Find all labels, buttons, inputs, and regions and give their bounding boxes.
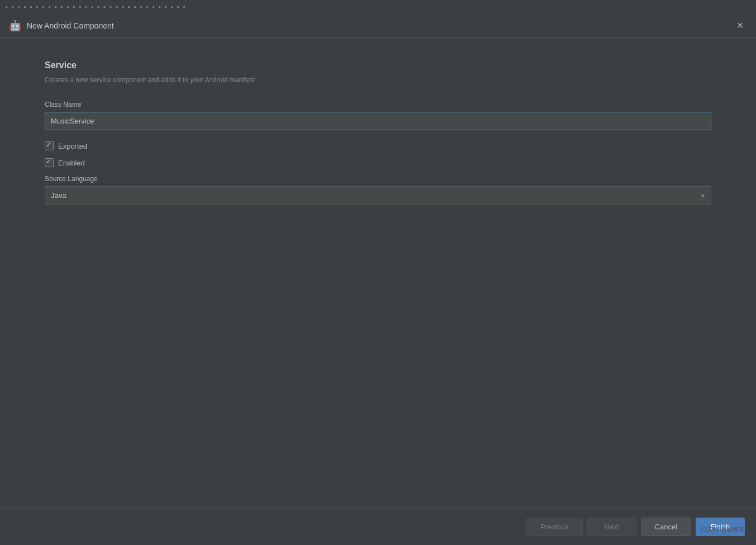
watermark: CSDN @修炼室: [701, 525, 745, 534]
decoration-text: ▪ ▪ ▪ ▪ ▪ ▪ ▪ ▪ ▪ ▪ ▪ ▪ ▪ ▪ ▪ ▪ ▪ ▪ ▪ ▪ …: [6, 3, 187, 10]
enabled-group: Enabled: [45, 158, 711, 167]
source-language-wrapper: Java Kotlin ▼: [45, 186, 711, 205]
title-bar-left: 🤖 New Android Component: [9, 20, 114, 32]
exported-checkbox[interactable]: [45, 141, 54, 150]
android-icon: 🤖: [9, 20, 21, 32]
content-area: Service Creates a new service component …: [0, 38, 756, 508]
close-button[interactable]: ✕: [733, 19, 747, 32]
class-name-label: Class Name: [45, 101, 711, 108]
cancel-button[interactable]: Cancel: [641, 518, 691, 536]
source-language-select[interactable]: Java Kotlin: [45, 186, 711, 205]
source-language-group: Source Language Java Kotlin ▼: [45, 175, 711, 205]
title-bar: 🤖 New Android Component ✕: [0, 13, 756, 38]
section-description: Creates a new service component and adds…: [45, 76, 711, 84]
exported-label[interactable]: Exported: [58, 142, 87, 150]
next-button[interactable]: Next: [587, 518, 636, 536]
enabled-label[interactable]: Enabled: [58, 159, 85, 167]
dialog-container: ▪ ▪ ▪ ▪ ▪ ▪ ▪ ▪ ▪ ▪ ▪ ▪ ▪ ▪ ▪ ▪ ▪ ▪ ▪ ▪ …: [0, 0, 756, 545]
footer: Previous Next Cancel Finish: [0, 508, 756, 545]
exported-group: Exported: [45, 141, 711, 150]
dialog-title: New Android Component: [27, 21, 114, 30]
top-decoration-bar: ▪ ▪ ▪ ▪ ▪ ▪ ▪ ▪ ▪ ▪ ▪ ▪ ▪ ▪ ▪ ▪ ▪ ▪ ▪ ▪ …: [0, 0, 756, 13]
class-name-input[interactable]: [45, 112, 711, 130]
previous-button[interactable]: Previous: [526, 518, 583, 536]
section-title: Service: [45, 60, 711, 70]
class-name-group: Class Name: [45, 101, 711, 130]
enabled-checkbox[interactable]: [45, 158, 54, 167]
source-language-label: Source Language: [45, 175, 711, 183]
